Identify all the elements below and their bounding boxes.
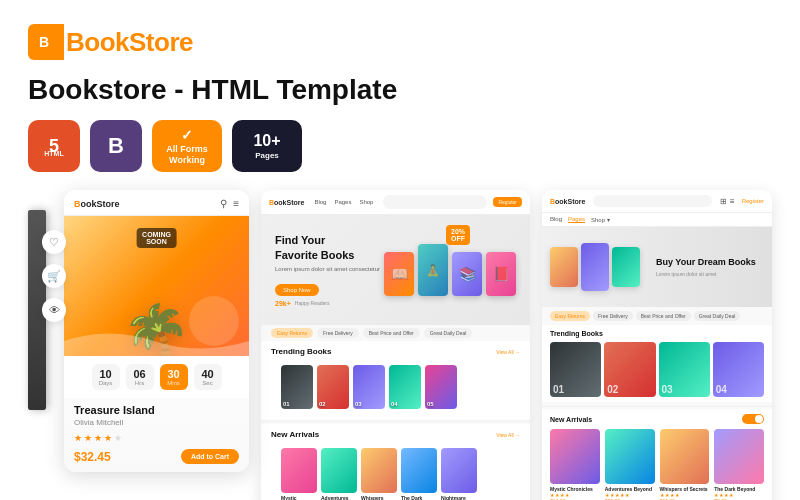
- right-grid-icon[interactable]: ⊞: [720, 197, 727, 206]
- center-arrivals-view-all[interactable]: View All →: [496, 432, 520, 438]
- logo-icon: B: [28, 24, 64, 60]
- center-header: BookStore Blog Pages Shop Register: [261, 190, 530, 215]
- arrival-book-3: Whispers $24.00: [361, 448, 397, 500]
- center-trending-section: Trending Books View All → 01 02 03 04: [261, 341, 530, 419]
- right-trending-section: Trending Books 01 02 03 04: [542, 325, 772, 402]
- right-trending-header: Trending Books: [550, 330, 764, 337]
- heart-icon[interactable]: ♡: [42, 230, 66, 254]
- trend-book-3: 03: [353, 365, 385, 409]
- center-logo: BookStore: [269, 199, 304, 206]
- mobile-search-icon[interactable]: ⚲: [220, 198, 227, 209]
- center-search-bar[interactable]: [383, 195, 487, 209]
- pill-daily-deal[interactable]: Great Daily Deal: [424, 328, 473, 338]
- right-pills: Easy Returns Free Delivery Best Price an…: [542, 307, 772, 325]
- center-hero-book-1: 📖: [384, 252, 414, 296]
- countdown-days: 10 Days: [92, 364, 120, 390]
- center-nav-pages[interactable]: Pages: [334, 199, 351, 205]
- right-screenshot: BookStore ⊞ ≡ Register Blog Pages Shop ▾: [542, 190, 772, 500]
- right-trend-book-1: 01: [550, 342, 601, 397]
- right-trend-book-2: 02: [604, 342, 655, 397]
- right-nav-blog[interactable]: Blog: [550, 216, 562, 223]
- forms-badge: ✓ All FormsWorking: [152, 120, 222, 172]
- mobile-add-to-cart-button[interactable]: Add to Cart: [181, 449, 239, 464]
- right-hero-subtitle: Lorem ipsum dolor sit amet: [656, 271, 764, 277]
- right-arrival-book-3: Whispers of Secrets ★★★★ $24.00: [660, 429, 710, 500]
- center-register-button[interactable]: Register: [493, 197, 522, 207]
- right-pill-daily-deal[interactable]: Great Daily Deal: [694, 311, 741, 321]
- arrival-book-5: Nightmare $12.00: [441, 448, 477, 500]
- right-trending-title: Trending Books: [550, 330, 603, 337]
- center-nav-shop[interactable]: Shop: [359, 199, 373, 205]
- right-arrivals-toggle[interactable]: [742, 414, 764, 424]
- mobile-book-author: Olivia Mitchell: [64, 418, 249, 433]
- right-arrivals-section: New Arrivals Mystic Chronicles ★★★★ $14.…: [542, 409, 772, 500]
- mobile-screenshot: BookStore ⚲ ≡ COMINGSOON 🌴: [64, 190, 249, 472]
- center-discount-badge: 20%OFF: [446, 225, 470, 245]
- right-arrivals-books: Mystic Chronicles ★★★★ $14.00 Adventures…: [550, 429, 764, 500]
- right-header-icons: ⊞ ≡: [720, 197, 735, 206]
- center-hero-book-4: 📕: [486, 252, 516, 296]
- center-hero-text: Find YourFavorite Books Lorem ipsum dolo…: [275, 233, 384, 307]
- screenshots-row: ♡ 🛒 👁 BookStore ⚲ ≡ COM: [28, 190, 772, 500]
- center-arrivals-header: New Arrivals View All →: [271, 430, 520, 439]
- side-icons: ♡ 🛒 👁: [42, 230, 66, 322]
- arrival-book-2: Adventures Beyond $20.00: [321, 448, 357, 500]
- right-arrival-book-4: The Dark Beyond ★★★★ $8.00: [714, 429, 764, 500]
- right-hero-book-3: [612, 247, 640, 287]
- countdown: 10 Days 06 Hrs 30 Mins 40: [64, 356, 249, 398]
- right-hero: Buy Your Dream Books Lorem ipsum dolor s…: [542, 227, 772, 307]
- arrival-book-1: Mystic Chronicles $14.00: [281, 448, 317, 500]
- pill-easy-returns[interactable]: Easy Returns: [271, 328, 313, 338]
- right-list-icon[interactable]: ≡: [730, 197, 735, 206]
- right-nav-pages[interactable]: Pages: [568, 216, 585, 223]
- center-hero: Find YourFavorite Books Lorem ipsum dolo…: [261, 215, 530, 325]
- right-trend-book-4: 04: [713, 342, 764, 397]
- right-hero-title: Buy Your Dream Books: [656, 257, 764, 269]
- trend-book-4: 04: [389, 365, 421, 409]
- center-pills: Easy Returns Free Delivery Best Price an…: [261, 325, 530, 341]
- right-pill-easy-returns[interactable]: Easy Returns: [550, 311, 590, 321]
- mobile-book-title: Treasure Island: [64, 398, 249, 418]
- mobile-header: BookStore ⚲ ≡: [64, 190, 249, 216]
- trend-book-1: 01: [281, 365, 313, 409]
- right-nav: Blog Pages Shop ▾: [542, 213, 772, 227]
- mobile-inner: BookStore ⚲ ≡ COMINGSOON 🌴: [64, 190, 249, 472]
- logo-text: BookStore: [66, 27, 193, 58]
- right-nav-shop[interactable]: Shop ▾: [591, 216, 610, 223]
- center-trending-title: Trending Books: [271, 347, 331, 356]
- mobile-rating: ★ ★ ★ ★ ★: [64, 433, 249, 449]
- arrival-book-4: The Dark $18.00: [401, 448, 437, 500]
- right-logo: BookStore: [550, 198, 585, 205]
- center-screenshot: BookStore Blog Pages Shop Register Find …: [261, 190, 530, 500]
- center-hero-books: 📖 🧘 📚 📕: [384, 244, 516, 296]
- right-header: BookStore ⊞ ≡ Register: [542, 190, 772, 213]
- right-trend-book-3: 03: [659, 342, 710, 397]
- pill-free-delivery[interactable]: Free Delivery: [317, 328, 359, 338]
- pages-badge: 10+ Pages: [232, 120, 302, 172]
- center-nav-blog[interactable]: Blog: [314, 199, 326, 205]
- bootstrap-badge: B: [90, 120, 142, 172]
- trend-book-2: 02: [317, 365, 349, 409]
- right-hero-text: Buy Your Dream Books Lorem ipsum dolor s…: [648, 227, 772, 307]
- center-arrivals-title: New Arrivals: [271, 430, 319, 439]
- right-arrival-book-2: Adventures Beyond ★★★★★ $20.00: [605, 429, 655, 500]
- right-search-bar[interactable]: [593, 195, 712, 207]
- countdown-minutes: 30 Mins: [160, 364, 188, 390]
- right-register-button[interactable]: Register: [742, 198, 764, 204]
- header: B BookStore: [28, 24, 772, 60]
- center-hero-cta-button[interactable]: Shop Now: [275, 284, 319, 296]
- right-pill-best-price[interactable]: Best Price and Offer: [636, 311, 691, 321]
- html5-badge: 5 HTML: [28, 120, 80, 172]
- center-arrivals-section: New Arrivals View All → Mystic Chronicle…: [261, 424, 530, 500]
- svg-text:B: B: [39, 34, 49, 50]
- center-hero-title: Find YourFavorite Books: [275, 233, 384, 262]
- right-arrivals-title: New Arrivals: [550, 416, 592, 423]
- mobile-menu-icon[interactable]: ≡: [233, 198, 239, 209]
- center-trending-view-all[interactable]: View All →: [496, 349, 520, 355]
- center-stats: 29k+ Happy Readers: [275, 300, 384, 307]
- right-pill-free-delivery[interactable]: Free Delivery: [593, 311, 633, 321]
- eye-icon[interactable]: 👁: [42, 298, 66, 322]
- mobile-logo: BookStore: [74, 199, 120, 209]
- cart-icon[interactable]: 🛒: [42, 264, 66, 288]
- pill-best-price[interactable]: Best Price and Offer: [363, 328, 420, 338]
